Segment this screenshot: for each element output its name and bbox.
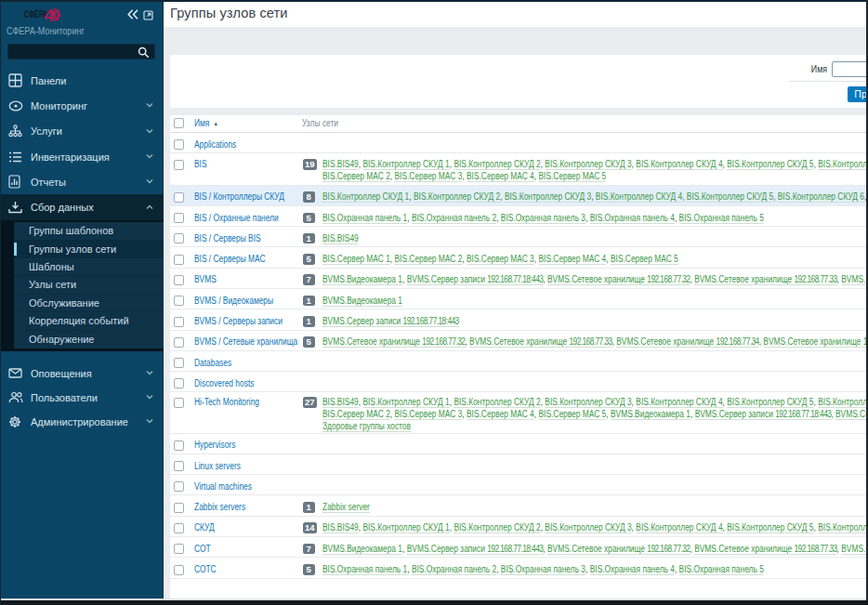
svg-text:4: 4 <box>45 7 55 23</box>
